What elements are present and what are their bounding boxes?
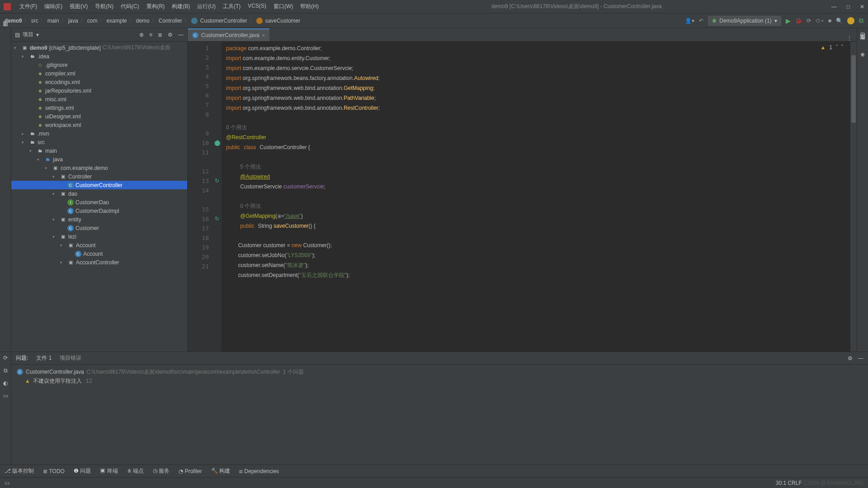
crumb[interactable]: saveCustomer: [265, 18, 300, 24]
crumb[interactable]: main: [47, 18, 59, 24]
problems-side-strip[interactable]: ⟳ ⧉ ◐ ▭: [0, 352, 11, 465]
project-view-label[interactable]: 项目: [23, 31, 33, 38]
tab-services[interactable]: ◷ 服务: [153, 467, 170, 475]
menu-window[interactable]: 窗口(W): [270, 1, 296, 12]
search-icon[interactable]: 🔍: [836, 18, 843, 24]
tree-node[interactable]: ▸🖿.mvn: [11, 129, 187, 138]
minimize-icon[interactable]: —: [831, 4, 837, 10]
menu-run[interactable]: 运行(U): [194, 1, 219, 12]
expand-icon[interactable]: ▭: [3, 393, 8, 399]
problem-file-row[interactable]: C CustomerController.java C:\Users\86178…: [17, 367, 863, 376]
tab-dependencies[interactable]: ⧈ Dependencies: [239, 468, 279, 474]
menu-build[interactable]: 构建(B): [169, 1, 193, 12]
project-tree[interactable]: ▾▣ demo9 [chap5_jdbctemplate] C:\Users\8…: [11, 42, 187, 352]
maximize-icon[interactable]: □: [847, 4, 850, 10]
problems-tab-project[interactable]: 项目错误: [60, 354, 81, 362]
tree-node[interactable]: ◆settings.xml: [11, 103, 187, 112]
run-config-selector[interactable]: ❀ Demo9Application (1) ▾: [708, 16, 781, 26]
tab-problems[interactable]: ❶ 问题: [74, 467, 91, 475]
avatar-icon[interactable]: [847, 17, 854, 24]
menu-view[interactable]: 视图(V): [66, 1, 91, 12]
menu-file[interactable]: 文件(F): [16, 1, 40, 12]
right-tool-strip[interactable]: m 数据库 ❀: [857, 28, 868, 352]
tree-node[interactable]: ◇.gitignore: [11, 61, 187, 69]
line-separator[interactable]: CRLF: [788, 480, 802, 486]
run-button[interactable]: ▶: [786, 17, 791, 24]
editor-scrollbar[interactable]: [850, 42, 857, 352]
tree-node[interactable]: ▾🖿src: [11, 138, 187, 146]
problems-tab-file[interactable]: 文件 1: [36, 354, 52, 362]
crumb[interactable]: CustomerController: [200, 18, 247, 24]
menu-vcs[interactable]: VCS(S): [245, 1, 269, 12]
tree-node[interactable]: ICustomerDao: [11, 198, 187, 206]
tree-node[interactable]: ◆workspace.xml: [11, 121, 187, 129]
menu-code[interactable]: 代码(C): [118, 1, 142, 12]
tree-node[interactable]: ▾▣AccountController: [11, 258, 187, 267]
crumb[interactable]: com: [87, 18, 98, 24]
tree-node[interactable]: ◆uiDesigner.xml: [11, 112, 187, 121]
close-tab-icon[interactable]: ×: [262, 33, 265, 38]
collapse-all-icon[interactable]: ≣: [158, 32, 162, 38]
crumb-root[interactable]: demo9: [5, 18, 22, 24]
tree-node[interactable]: CCustomerController: [11, 181, 187, 189]
crumb[interactable]: src: [31, 18, 38, 24]
tab-profiler[interactable]: ◔ Profiler: [179, 468, 202, 474]
tree-node[interactable]: CCustomer: [11, 224, 187, 232]
tab-customer-controller[interactable]: C CustomerController.java ×: [188, 28, 269, 41]
tree-node[interactable]: CAccount: [11, 249, 187, 258]
menu-help[interactable]: 帮助(H): [297, 1, 322, 12]
problems-content[interactable]: C CustomerController.java C:\Users\86178…: [11, 365, 868, 465]
profile-button[interactable]: ⏲▾: [816, 18, 824, 24]
status-left-icon[interactable]: ▭: [5, 480, 9, 486]
crumb[interactable]: demo: [136, 18, 150, 24]
refresh-icon[interactable]: ⟳: [3, 355, 8, 361]
coverage-button[interactable]: ⟳: [807, 18, 811, 24]
tree-node[interactable]: ▾🖿java: [11, 155, 187, 164]
tree-node[interactable]: ◆encodings.xml: [11, 78, 187, 86]
inspection-bar[interactable]: ▲ 1 ˆ ˇ: [820, 44, 843, 51]
tab-terminal[interactable]: ▣ 终端: [100, 467, 118, 475]
gutter-icons[interactable]: ⬤ ↻ ↻: [212, 42, 222, 352]
cursor-position[interactable]: 30:1: [776, 480, 786, 486]
prev-highlight-icon[interactable]: ˆ: [836, 44, 838, 51]
update-icon[interactable]: 👤▾: [685, 18, 694, 24]
menu-edit[interactable]: 编辑(E): [41, 1, 66, 12]
bottom-tool-tabs[interactable]: ⎇ 版本控制 ≣ TODO ❶ 问题 ▣ 终端 ⋔ 端点 ◷ 服务 ◔ Prof…: [0, 465, 868, 477]
tab-vcs[interactable]: ⎇ 版本控制: [5, 467, 34, 475]
code-text[interactable]: package com.example.demo.Controller; imp…: [222, 42, 857, 352]
code-area[interactable]: 12345678 91011 121314 15161718192021 ⬤ ↻…: [188, 42, 857, 352]
tab-build[interactable]: 🔨 构建: [211, 467, 230, 475]
gear-icon[interactable]: ⚙: [168, 32, 173, 38]
crumb[interactable]: example: [106, 18, 127, 24]
debug-button[interactable]: 🐞: [795, 18, 802, 24]
hide-icon[interactable]: —: [858, 355, 863, 361]
chevron-down-icon[interactable]: ▾: [36, 32, 39, 38]
crumb[interactable]: java: [68, 18, 78, 24]
close-icon[interactable]: ✕: [860, 4, 864, 10]
tree-root[interactable]: ▾▣ demo9 [chap5_jdbctemplate] C:\Users\8…: [11, 43, 187, 52]
next-highlight-icon[interactable]: ˇ: [841, 44, 843, 51]
problem-item[interactable]: ▲ 不建议使用字段注入 :12: [17, 376, 863, 385]
back-icon[interactable]: ↶: [699, 18, 703, 24]
menu-navigate[interactable]: 导航(N): [92, 1, 117, 12]
filter-icon[interactable]: ⧉: [4, 367, 8, 374]
menu-refactor[interactable]: 重构(R): [143, 1, 168, 12]
main-menu[interactable]: 文件(F) 编辑(E) 视图(V) 导航(N) 代码(C) 重构(R) 构建(B…: [16, 1, 322, 12]
hide-icon[interactable]: —: [178, 32, 184, 38]
tree-node[interactable]: ▾▣Controller: [11, 172, 187, 181]
tree-node[interactable]: ▾▣dao: [11, 189, 187, 198]
tree-node[interactable]: ▾▣lezi: [11, 232, 187, 241]
stop-button[interactable]: ■: [828, 18, 831, 24]
tree-node[interactable]: ▾🖿.idea: [11, 52, 187, 61]
expand-all-icon[interactable]: ≡: [149, 32, 152, 38]
tree-node[interactable]: ◆jarRepositories.xml: [11, 86, 187, 95]
tab-todo[interactable]: ≣ TODO: [43, 468, 65, 474]
tree-node[interactable]: ◆compiler.xml: [11, 69, 187, 78]
tree-node[interactable]: ▾▣Account: [11, 241, 187, 249]
code-with-me-icon[interactable]: ⧉: [859, 17, 863, 24]
tree-node[interactable]: ▾▣entity: [11, 215, 187, 224]
select-opened-icon[interactable]: ⊕: [139, 32, 144, 38]
left-tool-strip[interactable]: 项目: [0, 28, 11, 352]
breadcrumb[interactable]: demo9〉 src〉 main〉 java〉 com〉 example〉 de…: [5, 17, 300, 24]
tree-node[interactable]: CCustomerDaoImpl: [11, 206, 187, 215]
